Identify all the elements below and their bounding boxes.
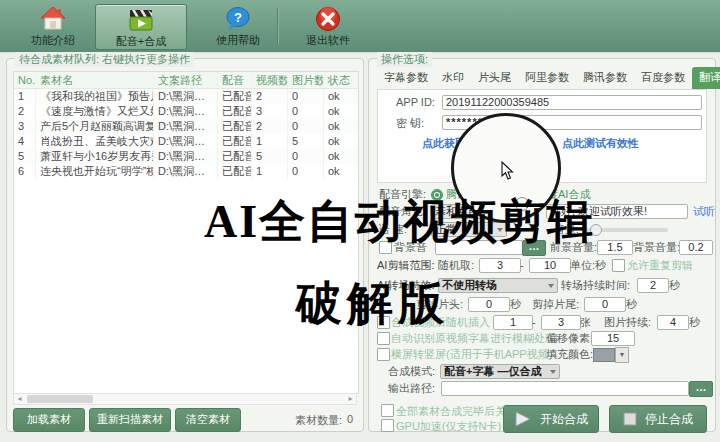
speed-label: 语 速: — [379, 222, 407, 237]
fill-color-dropdown[interactable]: ▼ — [615, 347, 629, 363]
radio-circle-overlay — [515, 197, 529, 211]
bgm-row: 背景音 … 前景音量: 1.5 背景音量: 0.2 — [369, 240, 715, 256]
toolbar-item-dub-synthesize[interactable]: 配音+合成 — [95, 4, 187, 50]
offset-pixels-input[interactable]: 15 — [591, 331, 635, 346]
insert-image-label: 合成视频后随机插入 — [391, 315, 490, 330]
stop-synthesis-button[interactable]: 停止合成 — [609, 405, 707, 433]
bg-volume-input[interactable]: 0.2 — [679, 240, 713, 255]
speed-select[interactable]: 正常 — [431, 222, 507, 237]
table-cell-dub: 已配音 — [218, 134, 252, 149]
table-row[interactable]: 1《我和我的祖国》预告片!…D:\黑洞…已配音20ok — [14, 89, 358, 104]
toolbar-item-label: 退出软件 — [293, 33, 363, 48]
tab-水印[interactable]: 水印 — [435, 67, 471, 89]
material-queue-panel: 待合成素材队列: 右键执行更多操作 No.素材名文案路径配音视频数图片数状态 1… — [6, 58, 364, 432]
table-row[interactable]: 5萧亚轩与小16岁男友再秀恩…D:\黑洞…已配音50ok — [14, 149, 358, 164]
fg-volume-label: 前景音量: — [550, 240, 597, 255]
trim-head-input[interactable]: 0 — [468, 297, 510, 312]
material-queue-title: 待合成素材队列: 右键执行更多操作 — [15, 52, 194, 67]
tab-片头尾[interactable]: 片头尾 — [471, 67, 518, 89]
tab-百度参数[interactable]: 百度参数 — [634, 67, 692, 89]
output-path-input[interactable] — [441, 381, 689, 396]
test-api-key-link[interactable]: 点此测试有效性 — [562, 136, 639, 151]
rotate-checkbox[interactable] — [377, 348, 390, 361]
table-cell-images: 0 — [288, 164, 324, 179]
scroll-left-icon[interactable]: ◂ — [14, 394, 25, 404]
toolbar-item-help[interactable]: ? 使用帮助 — [203, 4, 273, 48]
table-horizontal-scrollbar[interactable]: ◂ ▸ — [13, 393, 357, 405]
trim-row: 剪掉片头: 0 秒 剪掉片尾: 0 秒 — [369, 297, 715, 313]
trim-tail-input[interactable]: 0 — [584, 297, 626, 312]
table-cell-status: ok — [324, 134, 358, 149]
shutdown-label: 全部素材合成完毕后关机 — [396, 404, 517, 419]
bgm-path-input[interactable] — [435, 240, 523, 255]
transition-label: AI转场特效: — [377, 278, 434, 293]
options-tabbar: 字幕参数水印片头尾阿里参数腾讯参数百度参数翻译API — [377, 67, 707, 90]
help-icon: ? — [225, 6, 251, 32]
output-path-label: 输出路径: — [388, 381, 435, 396]
bg-volume-label: 背景音量: — [633, 240, 680, 255]
sample-text-input[interactable]: 你好, 欢迎试听效果! — [546, 204, 688, 219]
repeat-clip-checkbox[interactable] — [612, 259, 625, 272]
image-duration-label: 图片持续: — [604, 315, 651, 330]
table-row[interactable]: 2《速度与激情》又烂又好看…D:\黑洞…已配音30ok — [14, 104, 358, 119]
table-row[interactable]: 6连央视也开始玩“明学”梗…D:\黑洞…已配音10ok — [14, 164, 358, 179]
fill-color-swatch[interactable] — [593, 348, 615, 362]
table-row[interactable]: 4肖战扮丑、孟美岐大灾难,…D:\黑洞…已配音15ok — [14, 134, 358, 149]
scroll-right-icon[interactable]: ▸ — [345, 394, 356, 404]
table-cell-images: 0 — [288, 149, 324, 164]
transition-row: AI转场特效: 不使用转场 转场持续时间: 2 秒 — [369, 278, 715, 294]
clip-range-row: AI剪辑范围: 随机取: 3 - 10 单位:秒 允许重复剪辑 — [369, 258, 715, 274]
transition-duration-input[interactable]: 2 — [637, 278, 669, 293]
bgm-browse-button[interactable]: … — [522, 240, 546, 256]
scrollbar-thumb[interactable] — [27, 395, 93, 403]
listen-link[interactable]: 试听 — [693, 204, 715, 219]
load-material-button[interactable]: 加载素材 — [13, 408, 85, 432]
table-cell-dub: 已配音 — [218, 164, 252, 179]
engine-tencent-radio[interactable] — [431, 189, 443, 201]
volume-slider[interactable] — [586, 228, 668, 232]
insert-image-checkbox[interactable] — [377, 316, 390, 329]
fg-volume-input[interactable]: 1.5 — [597, 240, 633, 255]
output-browse-button[interactable]: … — [689, 381, 713, 397]
start-synthesis-button[interactable]: 开始合成 — [503, 405, 599, 433]
table-cell-videos: 3 — [252, 104, 288, 119]
clip-max-input[interactable]: 10 — [529, 258, 571, 273]
toolbar-item-intro[interactable]: 功能介绍 — [18, 4, 88, 48]
table-cell-name: 萧亚轩与小16岁男友再秀恩… — [36, 149, 154, 164]
volume-slider-handle[interactable] — [590, 224, 602, 236]
app-id-input[interactable]: 20191122000359485 — [442, 95, 702, 110]
tab-阿里参数[interactable]: 阿里参数 — [518, 67, 576, 89]
clip-min-input[interactable]: 3 — [479, 258, 521, 273]
shutdown-checkbox[interactable] — [381, 404, 394, 417]
rescan-material-button[interactable]: 重新扫描素材 — [89, 408, 171, 432]
blur-subtitle-checkbox[interactable] — [377, 332, 390, 345]
clip-range-label: AI剪辑范围: — [377, 258, 434, 273]
gpu-checkbox[interactable] — [381, 419, 394, 432]
table-cell-images: 0 — [288, 89, 324, 104]
table-cell-path: D:\黑洞… — [154, 89, 218, 104]
mode-select[interactable]: 配音+字幕 —仅合成 — [440, 364, 560, 379]
app-window: 功能介绍 配音+合成 ? — [0, 0, 720, 442]
bgm-checkbox[interactable] — [379, 241, 392, 254]
toolbar-item-exit[interactable]: 退出软件 — [293, 4, 363, 48]
table-cell-videos: 1 — [252, 134, 288, 149]
blur-subtitle-row: 自动识别原视频字幕进行模糊处理 偏移像素: 15 — [369, 331, 715, 347]
tab-腾讯参数[interactable]: 腾讯参数 — [576, 67, 634, 89]
clear-material-button[interactable]: 清空素材 — [175, 408, 241, 432]
image-duration-input[interactable]: 4 — [657, 315, 689, 330]
insert-max-input[interactable]: 3 — [541, 315, 581, 330]
start-synthesis-label: 开始合成 — [540, 411, 588, 428]
table-cell-no: 1 — [14, 89, 36, 104]
tab-翻译API[interactable]: 翻译API — [692, 67, 720, 89]
table-cell-status: ok — [324, 164, 358, 179]
transition-select[interactable]: 不使用转场 — [438, 278, 558, 293]
table-cell-no: 2 — [14, 104, 36, 119]
range-dash: - — [520, 258, 524, 273]
transition-value: 不使用转场 — [442, 279, 497, 291]
trim-unit2-label: 秒 — [626, 297, 637, 312]
table-row[interactable]: 3产后5个月赵丽颖高调复出,…D:\黑洞…已配音20ok — [14, 119, 358, 134]
tab-字幕参数[interactable]: 字幕参数 — [377, 67, 435, 89]
cursor-pointer — [500, 161, 516, 183]
column-header: 配音 — [218, 72, 252, 88]
insert-min-input[interactable]: 1 — [493, 315, 533, 330]
